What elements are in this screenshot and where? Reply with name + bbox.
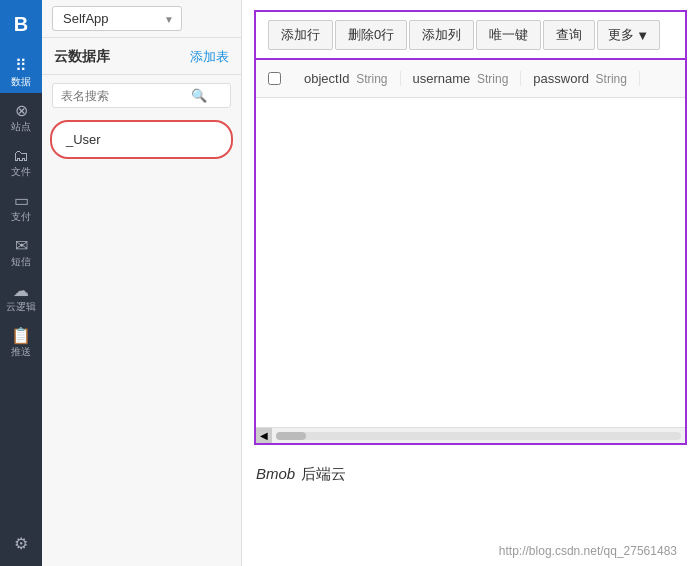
sidebar-item-payment[interactable]: ▭ 支付 xyxy=(0,183,42,228)
table-search-input[interactable] xyxy=(61,89,191,103)
table-col-password: password String xyxy=(521,71,640,86)
col-name-password: password xyxy=(533,71,589,86)
cloud-icon: ☁ xyxy=(13,283,29,299)
table-area: objectId String username String password… xyxy=(254,60,687,445)
table-header-row: objectId String username String password… xyxy=(256,60,685,98)
col-name-username: username xyxy=(413,71,471,86)
table-list: _User xyxy=(42,116,241,566)
delete-rows-button[interactable]: 删除0行 xyxy=(335,20,407,50)
table-sidebar: SelfApp ▼ 云数据库 添加表 🔍 _User xyxy=(42,0,242,566)
table-col-objectid: objectId String xyxy=(292,71,401,86)
query-button[interactable]: 查询 xyxy=(543,20,595,50)
sidebar-item-push[interactable]: 📋 推送 xyxy=(0,318,42,363)
app-selector-bar: SelfApp ▼ xyxy=(42,0,241,38)
payment-icon: ▭ xyxy=(14,193,29,209)
push-icon: 📋 xyxy=(11,328,31,344)
table-list-item-user[interactable]: _User xyxy=(50,120,233,159)
col-type-username: String xyxy=(477,72,508,86)
sidebar-item-data-label: 数据 xyxy=(11,77,31,87)
col-type-password: String xyxy=(596,72,627,86)
col-type-objectid: String xyxy=(356,72,387,86)
toolbar: 添加行 删除0行 添加列 唯一键 查询 更多 ▼ xyxy=(254,10,687,60)
sidebar-item-payment-label: 支付 xyxy=(11,212,31,222)
sidebar-item-sms[interactable]: ✉ 短信 xyxy=(0,228,42,273)
table-name-user: _User xyxy=(66,132,101,147)
main-content: 添加行 删除0行 添加列 唯一键 查询 更多 ▼ objectId String… xyxy=(242,0,699,566)
sidebar-item-sites-label: 站点 xyxy=(11,122,31,132)
add-table-button[interactable]: 添加表 xyxy=(190,48,229,66)
unique-key-button[interactable]: 唯一键 xyxy=(476,20,541,50)
sidebar-item-data[interactable]: ⠿ 数据 xyxy=(0,48,42,93)
logo-text: B xyxy=(14,13,28,36)
settings-icon: ⚙ xyxy=(14,536,28,552)
table-sidebar-title: 云数据库 xyxy=(54,48,110,66)
scrollbar-track[interactable] xyxy=(276,432,681,440)
data-icon: ⠿ xyxy=(15,58,27,74)
sidebar-item-files-label: 文件 xyxy=(11,167,31,177)
scrollbar-thumb xyxy=(276,432,306,440)
sidebar-item-cloud-label: 云逻辑 xyxy=(6,302,36,312)
brand-name: Bmob xyxy=(256,465,295,482)
app-selector-wrapper: SelfApp ▼ xyxy=(52,6,182,31)
table-body xyxy=(256,98,685,427)
app-selector[interactable]: SelfApp xyxy=(52,6,182,31)
icon-sidebar: B ⠿ 数据 ⊗ 站点 🗂 文件 ▭ 支付 ✉ 短信 ☁ 云逻辑 📋 推送 ⚙ xyxy=(0,0,42,566)
sidebar-item-push-label: 推送 xyxy=(11,347,31,357)
sms-icon: ✉ xyxy=(15,238,28,254)
select-all-checkbox[interactable] xyxy=(268,72,281,85)
sidebar-item-files[interactable]: 🗂 文件 xyxy=(0,138,42,183)
scrollbar-area: ◀ xyxy=(256,427,685,443)
more-arrow-icon: ▼ xyxy=(636,28,649,43)
more-button-label: 更多 xyxy=(608,26,634,44)
footer-brand: Bmob 后端云 xyxy=(256,461,685,484)
files-icon: 🗂 xyxy=(13,148,29,164)
sidebar-item-settings[interactable]: ⚙ xyxy=(0,526,42,558)
table-search-wrapper: 🔍 xyxy=(52,83,231,108)
add-row-button[interactable]: 添加行 xyxy=(268,20,333,50)
brand-suffix: 后端云 xyxy=(301,465,346,482)
col-name-objectid: objectId xyxy=(304,71,350,86)
sidebar-item-cloud[interactable]: ☁ 云逻辑 xyxy=(0,273,42,318)
logo: B xyxy=(0,0,42,48)
table-col-username: username String xyxy=(401,71,522,86)
sites-icon: ⊗ xyxy=(15,103,28,119)
table-header-checkbox[interactable] xyxy=(256,72,292,85)
scroll-left-button[interactable]: ◀ xyxy=(256,428,272,444)
sidebar-item-sms-label: 短信 xyxy=(11,257,31,267)
more-button[interactable]: 更多 ▼ xyxy=(597,20,660,50)
search-icon: 🔍 xyxy=(191,88,207,103)
table-sidebar-header: 云数据库 添加表 xyxy=(42,38,241,75)
add-col-button[interactable]: 添加列 xyxy=(409,20,474,50)
sidebar-item-sites[interactable]: ⊗ 站点 xyxy=(0,93,42,138)
footer-link: http://blog.csdn.net/qq_27561483 xyxy=(256,544,685,558)
footer-area: Bmob 后端云 http://blog.csdn.net/qq_2756148… xyxy=(242,445,699,566)
